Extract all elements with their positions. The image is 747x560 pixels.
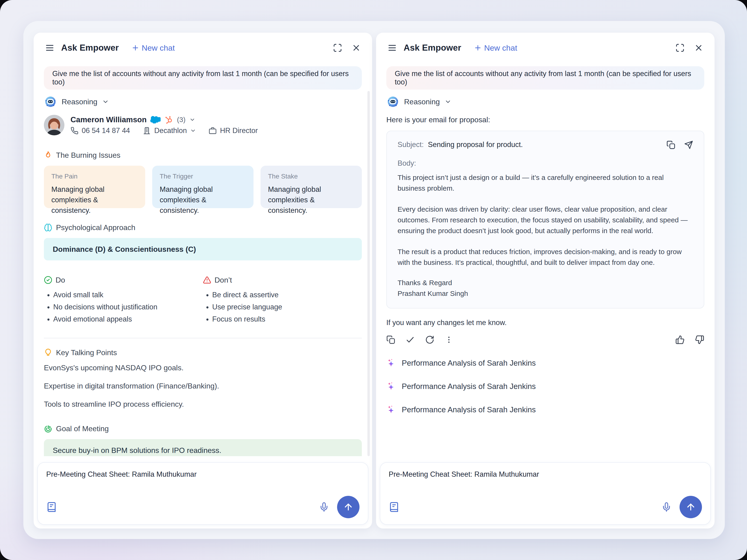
composer-input[interactable]: Pre-Meeting Cheat Sheet: Ramila Muthukum… <box>46 470 360 479</box>
sparkles-icon <box>386 405 396 415</box>
talking-points-title: Key Talking Points <box>44 348 362 357</box>
right-chat-scroll-area[interactable]: Give me the list of accounts without any… <box>376 53 715 456</box>
psych-approach-label: Psychological Approach <box>56 223 135 232</box>
lightbulb-icon <box>44 348 52 357</box>
suggestion-label: Performance Analysis of Sarah Jenkins <box>402 358 536 368</box>
psych-approach-title: Psychological Approach <box>44 222 362 232</box>
expand-icon[interactable] <box>675 43 685 53</box>
subject-label: Subject: <box>397 140 424 149</box>
thumbs-down-icon[interactable] <box>695 335 704 344</box>
sparkles-icon <box>386 358 396 368</box>
more-options-icon[interactable] <box>445 336 453 344</box>
send-button[interactable] <box>337 496 360 518</box>
user-message-text: Give me the list of accounts without any… <box>395 70 696 86</box>
chat-window-container: Ask Empower New chat <box>23 21 725 539</box>
trigger-card-text: Managing global complexities & consisten… <box>160 184 246 216</box>
left-composer[interactable]: Pre-Meeting Cheat Sheet: Ramila Muthukum… <box>37 462 368 525</box>
pain-card: The Pain Managing global complexities & … <box>44 166 145 208</box>
email-outro-text: If you want any changes let me know. <box>386 318 704 328</box>
goal-title: Goal of Meeting <box>44 424 362 433</box>
copy-icon[interactable] <box>386 335 395 344</box>
chevron-down-icon <box>444 98 452 105</box>
left-chat-scroll-area[interactable]: Give me the list of accounts without any… <box>34 53 372 456</box>
send-email-icon[interactable] <box>684 140 693 149</box>
crm-record-count[interactable]: (3) <box>177 116 186 124</box>
expand-icon[interactable] <box>333 43 342 53</box>
message-actions <box>386 335 704 345</box>
assistant-robot-icon <box>386 95 400 108</box>
do-item: Avoid small talk <box>53 289 203 301</box>
talking-point: EvonSys's upcoming NASDAQ IPO goals. <box>44 363 362 372</box>
thumbs-up-icon[interactable] <box>675 335 685 344</box>
trigger-card: The Trigger Managing global complexities… <box>152 166 254 208</box>
regenerate-icon[interactable] <box>425 335 434 344</box>
app-title: Ask Empower <box>404 43 461 53</box>
right-chat-panel: Ask Empower New chat <box>376 33 715 529</box>
section-divider <box>44 338 362 338</box>
left-panel-scrollbar[interactable] <box>367 91 370 456</box>
close-icon[interactable] <box>694 43 703 53</box>
left-chat-panel: Ask Empower New chat <box>34 33 372 529</box>
new-chat-button[interactable]: New chat <box>131 44 175 53</box>
menu-icon[interactable] <box>45 43 55 53</box>
talking-point: Expertise in digital transformation (Fin… <box>44 381 362 391</box>
body-label: Body: <box>397 159 693 167</box>
email-paragraph: Every decision was driven by clarity: cl… <box>397 204 693 236</box>
app-background: Ask Empower New chat <box>0 0 747 560</box>
suggestion-item[interactable]: Performance Analysis of Sarah Jenkins <box>386 381 704 392</box>
chevron-down-icon[interactable] <box>190 128 196 134</box>
plus-icon <box>474 44 482 52</box>
do-dont-section: Do Avoid small talk No decisions without… <box>44 275 362 325</box>
flame-icon <box>44 151 52 159</box>
template-book-icon[interactable] <box>389 502 400 512</box>
new-chat-button[interactable]: New chat <box>474 44 517 53</box>
composer-input[interactable]: Pre-Meeting Cheat Sheet: Ramila Muthukum… <box>389 470 702 479</box>
menu-icon[interactable] <box>387 43 397 53</box>
do-item: No decisions without justification <box>53 301 203 313</box>
assistant-robot-icon <box>44 95 57 108</box>
reasoning-toggle[interactable]: Reasoning <box>44 95 362 108</box>
user-message-bubble: Give me the list of accounts without any… <box>386 66 704 89</box>
sparkles-icon <box>386 381 396 392</box>
copy-icon[interactable] <box>667 140 675 149</box>
psych-approach-value-box: Dominance (D) & Conscientiousness (C) <box>44 238 362 260</box>
close-icon[interactable] <box>352 43 361 53</box>
check-circle-icon <box>44 276 52 284</box>
hubspot-icon[interactable] <box>164 115 173 124</box>
suggestion-label: Performance Analysis of Sarah Jenkins <box>402 382 536 391</box>
do-label: Do <box>56 276 65 285</box>
stake-card: The Stake Managing global complexities &… <box>260 166 362 208</box>
goal-target-icon <box>44 424 52 433</box>
check-icon[interactable] <box>406 335 415 344</box>
subject-value: Sending proposal for product. <box>428 140 523 149</box>
email-proposal-card: Subject: Sending proposal for product. <box>386 131 704 309</box>
contact-company[interactable]: Decathlon <box>154 127 187 135</box>
salesforce-icon[interactable] <box>150 116 161 124</box>
pain-card-text: Managing global complexities & consisten… <box>51 184 138 216</box>
app-title: Ask Empower <box>61 43 119 53</box>
burning-issue-cards: The Pain Managing global complexities & … <box>44 166 362 208</box>
chevron-down-icon[interactable] <box>189 117 196 123</box>
reasoning-toggle[interactable]: Reasoning <box>386 95 704 108</box>
microphone-icon[interactable] <box>319 502 329 512</box>
burning-issues-label: The Burning Issues <box>56 151 121 160</box>
microphone-icon[interactable] <box>661 502 672 512</box>
right-composer[interactable]: Pre-Meeting Cheat Sheet: Ramila Muthukum… <box>380 462 711 525</box>
dont-item: Use precise language <box>212 301 362 313</box>
contact-avatar <box>44 115 65 135</box>
suggestion-item[interactable]: Performance Analysis of Sarah Jenkins <box>386 358 704 368</box>
reasoning-label: Reasoning <box>61 98 97 106</box>
plus-icon <box>131 44 139 52</box>
email-paragraph: This project isn’t just a design or a bu… <box>397 172 693 194</box>
contact-name: Cameron Williamson <box>71 115 147 124</box>
goal-value-box: Secure buy-in on BPM solutions for IPO r… <box>44 439 362 456</box>
left-panel-header: Ask Empower New chat <box>34 33 372 53</box>
pain-card-label: The Pain <box>51 173 138 180</box>
reasoning-label: Reasoning <box>404 98 440 106</box>
template-book-icon[interactable] <box>46 502 57 512</box>
goal-value: Secure buy-in on BPM solutions for IPO r… <box>53 446 221 455</box>
stake-card-text: Managing global complexities & consisten… <box>268 184 354 216</box>
suggestion-item[interactable]: Performance Analysis of Sarah Jenkins <box>386 405 704 415</box>
send-button[interactable] <box>679 496 702 518</box>
dont-item: Focus on results <box>212 313 362 325</box>
